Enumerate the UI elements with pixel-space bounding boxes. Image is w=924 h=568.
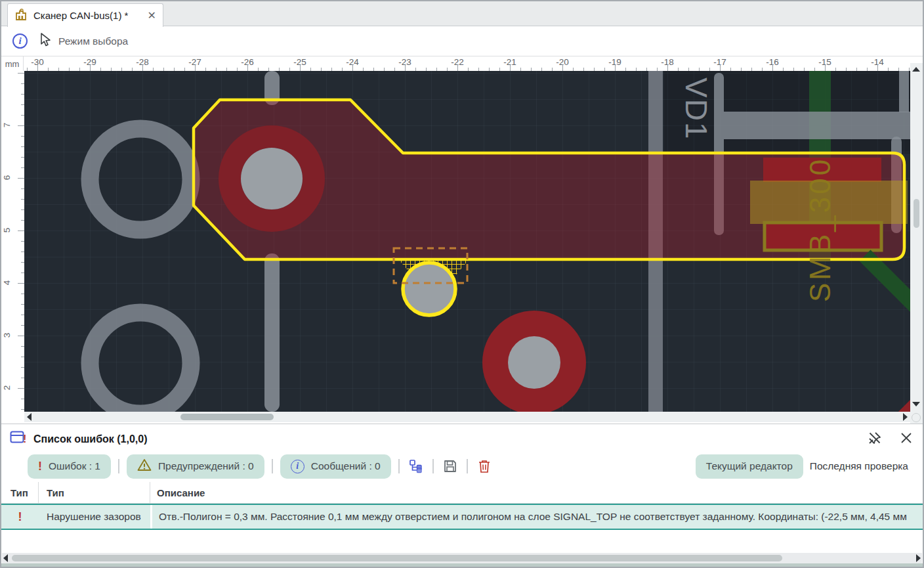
- hscroll-left-arrow[interactable]: [27, 413, 32, 421]
- panel-title: Список ошибок (1,0,0): [33, 433, 147, 445]
- select-mode-icon[interactable]: [38, 32, 52, 50]
- editor-tab[interactable]: Сканер CAN-bus(1) * ✕: [7, 3, 163, 27]
- refdes-text: VD1: [679, 77, 713, 140]
- scroll-corner-grip: [912, 413, 921, 422]
- vruler-label: 6: [2, 165, 12, 191]
- error-table: Тип Тип Описание ! Нарушение зазоров Отв…: [1, 482, 923, 530]
- toolbar-separator: [467, 459, 468, 473]
- mode-label: Режим выбора: [58, 35, 128, 47]
- svg-text:!: !: [23, 433, 26, 445]
- row-type: Нарушение зазоров: [39, 505, 150, 529]
- info-icon[interactable]: i: [12, 33, 28, 49]
- tab-bar: Сканер CAN-bus(1) * ✕: [1, 1, 923, 26]
- col-severity-header[interactable]: Тип: [1, 482, 39, 503]
- panel-empty-area: [1, 530, 923, 553]
- panel-hscrollbar[interactable]: [2, 553, 922, 563]
- hscroll-right-arrow[interactable]: [903, 413, 908, 421]
- vruler-label: 4: [2, 270, 12, 296]
- row-severity: !: [1, 505, 39, 529]
- warnings-filter-button[interactable]: Предупреждений : 0: [127, 454, 264, 479]
- errors-filter-button[interactable]: ! Ошибок : 1: [28, 454, 111, 479]
- vscroll-thumb[interactable]: [914, 199, 919, 228]
- error-icon: !: [38, 460, 42, 473]
- panel-hscroll-left-arrow[interactable]: [3, 554, 8, 562]
- messages-filter-label: Сообщений : 0: [311, 460, 381, 472]
- app-window: { "tab": { "title": "Сканер CAN-bus(1) *…: [0, 0, 924, 568]
- errors-filter-label: Ошибок : 1: [49, 460, 100, 472]
- messages-filter-button[interactable]: i Сообщений : 0: [280, 454, 391, 479]
- toolbar-separator: [432, 459, 434, 473]
- vscroll-down-arrow[interactable]: [912, 402, 920, 406]
- toolbar-separator: [398, 459, 400, 473]
- current-editor-toggle[interactable]: Текущий редактор: [696, 454, 803, 479]
- pcb-canvas[interactable]: VD1 SMB_300: [24, 71, 912, 412]
- panel-bottom-strip: [1, 563, 923, 567]
- component-outline-bar: [724, 112, 912, 139]
- table-row[interactable]: ! Нарушение зазоров Отв.-Полигон = 0,3 м…: [1, 504, 923, 530]
- ruler-horizontal: mm -30-29-28-27-26-25-24-23-22-21-20-19-…: [1, 56, 923, 71]
- error-panel-header: ! Список ошибок (1,0,0): [1, 424, 923, 450]
- pcb-editor-icon: [14, 8, 28, 24]
- violation-hole[interactable]: [403, 263, 455, 315]
- warnings-filter-label: Предупреждений : 0: [158, 460, 254, 472]
- col-type-header[interactable]: Тип: [39, 482, 150, 503]
- toolbar-separator: [118, 459, 119, 473]
- warning-icon: [137, 458, 152, 474]
- panel-close-icon[interactable]: [900, 432, 912, 447]
- error-list-panel: ! Список ошибок (1,0,0) ! Ошибок : 1: [1, 424, 923, 567]
- save-button[interactable]: [441, 459, 459, 473]
- vruler-label: 5: [2, 217, 12, 244]
- error-panel-toolbar: ! Ошибок : 1 Предупреждений : 0 i Сообще…: [1, 450, 923, 482]
- ruler-vertical: 765432: [1, 71, 24, 412]
- delete-button[interactable]: [475, 459, 494, 473]
- col-description-header[interactable]: Описание: [150, 482, 923, 503]
- footprint-text: SMB_300: [804, 157, 836, 302]
- message-info-icon: i: [291, 460, 304, 473]
- canvas-vscrollbar[interactable]: [910, 63, 923, 412]
- error-table-header: Тип Тип Описание: [1, 482, 923, 504]
- vruler-label: 7: [2, 112, 12, 139]
- tab-close-icon[interactable]: ✕: [148, 11, 156, 21]
- scroll-corner: [910, 412, 923, 424]
- last-check-toggle[interactable]: Последняя проверка: [803, 460, 915, 472]
- component-outline-top-right: [899, 71, 909, 112]
- hscroll-thumb[interactable]: [180, 414, 274, 420]
- workspace: mm -30-29-28-27-26-25-24-23-22-21-20-19-…: [1, 56, 923, 424]
- vruler-label: 2: [2, 375, 12, 401]
- error-list-icon: !: [10, 431, 27, 448]
- vscroll-up-arrow[interactable]: [912, 67, 920, 72]
- silk-trace-lower: [264, 253, 280, 412]
- tht-pad-lower-hole: [508, 336, 560, 389]
- panel-hscroll-right-arrow[interactable]: [916, 554, 921, 562]
- unpin-icon[interactable]: [868, 431, 882, 448]
- result-source-toggle: Текущий редактор Последняя проверка: [696, 454, 915, 479]
- tab-title: Сканер CAN-bus(1) *: [33, 10, 128, 21]
- toolbar-separator: [272, 459, 273, 473]
- panel-hscroll-thumb[interactable]: [12, 555, 782, 561]
- group-tree-button[interactable]: [407, 459, 425, 473]
- canvas-hscrollbar[interactable]: [24, 412, 912, 422]
- row-description: Отв.-Полигон = 0,3 мм. Расстояние 0,1 мм…: [150, 505, 923, 529]
- vruler-label: 3: [2, 322, 12, 349]
- editor-toolbar: i Режим выбора: [1, 26, 923, 56]
- tht-pad-hole: [241, 148, 303, 209]
